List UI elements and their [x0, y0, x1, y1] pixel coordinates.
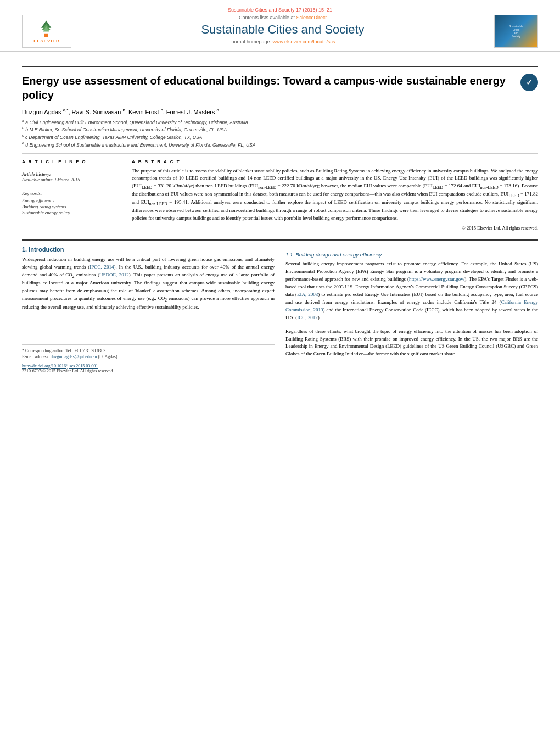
usdoe-link[interactable]: USDOE, 2012	[99, 272, 129, 277]
subsection-1-1-text-2: Regardless of these efforts, what brough…	[285, 328, 538, 359]
intro-section-title: 1. Introduction	[22, 246, 275, 253]
divider-2	[22, 187, 121, 187]
abstract-header: A B S T R A C T	[132, 159, 538, 164]
article-title-section: Energy use assessment of educational bui…	[22, 66, 538, 102]
abstract-col: A B S T R A C T The purpose of this arti…	[132, 159, 538, 231]
cal-energy-link[interactable]: California Energy Commission, 2013	[285, 299, 538, 313]
corresponding-footnote: * Corresponding author. Tel.: +61 7 31 3…	[22, 348, 275, 353]
journal-ref-text: Sustainable Cities and Society 17 (2015)…	[228, 7, 332, 13]
copyright-text: © 2015 Elsevier Ltd. All rights reserved…	[132, 225, 538, 231]
journal-title: Sustainable Cities and Society	[82, 23, 483, 37]
issn-text: 2210-6707/© 2015 Elsevier Ltd. All right…	[22, 369, 275, 373]
energystar-link[interactable]: https://www.energystar.gov/	[409, 276, 464, 282]
body-left: 1. Introduction Widespread reduction in …	[22, 246, 275, 375]
doi-link[interactable]: http://dx.doi.org/10.1016/j.scs.2015.03.…	[22, 364, 98, 369]
contents-line: Contents lists available at ScienceDirec…	[82, 15, 483, 20]
authors-line: Duzgun Agdas a,*, Ravi S. Srinivasan b, …	[22, 108, 538, 115]
svg-rect-0	[44, 34, 48, 37]
abstract-text: The purpose of this article is to assess…	[132, 168, 538, 222]
article-history: Article history: Available online 9 Marc…	[22, 171, 121, 182]
footnote-area: * Corresponding author. Tel.: +61 7 31 3…	[22, 344, 275, 373]
icc-link[interactable]: ICC, 2012	[297, 315, 318, 320]
elsevier-text: ELSEVIER	[33, 38, 60, 43]
email-footnote: E-mail address: duzgun.agdas@qut.edu.au …	[22, 354, 275, 359]
elsevier-tree-icon	[33, 19, 60, 38]
body-columns: 1. Introduction Widespread reduction in …	[22, 246, 538, 375]
ipcc-link[interactable]: IPCC, 2014	[89, 264, 114, 270]
body-right: 1.1. Building design and energy efficien…	[285, 246, 538, 375]
affiliation-d: d d Engineering School of Sustainable In…	[22, 141, 538, 148]
affiliation-a: a a Civil Engineering and Built Environm…	[22, 119, 538, 125]
intro-body-text: Widespread reduction in building energy …	[22, 256, 275, 311]
subsection-1-1-title: 1.1. Building design and energy efficien…	[285, 252, 538, 258]
keyword-3: Sustainable energy policy	[22, 210, 121, 215]
eia-link[interactable]: EIA, 2003	[297, 292, 318, 297]
crossmark-badge: ✓	[520, 74, 538, 91]
keyword-1: Energy efficiency	[22, 198, 121, 203]
journal-homepage-line: journal homepage: www.elsevier.com/locat…	[82, 39, 483, 44]
homepage-link[interactable]: www.elsevier.com/locate/scs	[273, 39, 335, 44]
divider-1	[22, 168, 121, 168]
journal-thumbnail: SustainableCitiesandSociety	[494, 15, 538, 48]
journal-header: Sustainable Cities and Society 17 (2015)…	[0, 0, 560, 52]
article-info-header: A R T I C L E I N F O	[22, 159, 121, 164]
article-info-abstract: A R T I C L E I N F O Article history: A…	[22, 153, 538, 231]
keywords-title: Keywords:	[22, 191, 121, 196]
paper-content: Energy use assessment of educational bui…	[0, 52, 560, 386]
keyword-2: Building rating systems	[22, 204, 121, 209]
article-info-col: A R T I C L E I N F O Article history: A…	[22, 159, 121, 231]
available-online: Available online 9 March 2015	[22, 177, 121, 182]
affiliation-c: c c Department of Ocean Engineering, Tex…	[22, 133, 538, 140]
journal-center: Contents lists available at ScienceDirec…	[71, 15, 494, 44]
affiliation-b: b b M.E Rinker, Sr. School of Constructi…	[22, 126, 538, 132]
subsection-1-1-text: Several building energy improvement prog…	[285, 260, 538, 322]
keywords-section: Keywords: Energy efficiency Building rat…	[22, 191, 121, 215]
main-body: 1. Introduction Widespread reduction in …	[22, 239, 538, 375]
email-link[interactable]: duzgun.agdas@qut.edu.au	[51, 354, 97, 359]
article-title: Energy use assessment of educational bui…	[22, 74, 520, 102]
sciencedirect-link[interactable]: ScienceDirect	[296, 15, 327, 20]
affiliations: a a Civil Engineering and Built Environm…	[22, 119, 538, 148]
elsevier-logo: ELSEVIER	[22, 15, 71, 48]
